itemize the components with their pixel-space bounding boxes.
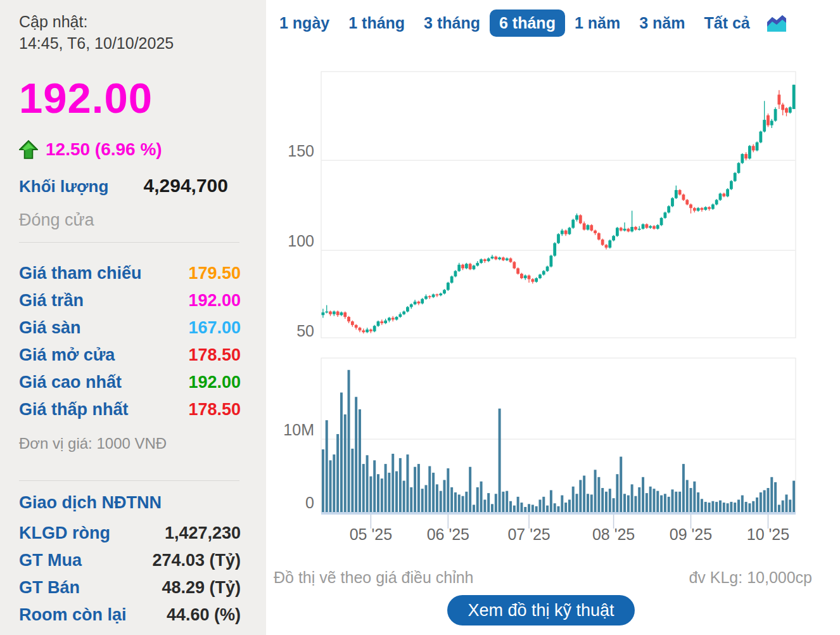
svg-text:100: 100 bbox=[288, 232, 314, 250]
update-datetime: 14:45, T6, 10/10/2025 bbox=[19, 34, 241, 53]
row-floor-price: Giá sàn 167.00 bbox=[19, 314, 241, 342]
row-sell-value: GT Bán 48.29 (Tỷ) bbox=[19, 574, 241, 601]
close-state-label: Đóng cửa bbox=[19, 210, 241, 230]
row-room-remaining: Room còn lại 44.60 (%) bbox=[19, 601, 241, 629]
row-value: 192.00 bbox=[188, 373, 241, 392]
svg-text:10M: 10M bbox=[283, 421, 314, 439]
svg-text:08 '25: 08 '25 bbox=[592, 525, 635, 543]
row-label: Giá trần bbox=[19, 291, 84, 311]
row-label: Giá cao nhất bbox=[19, 373, 122, 392]
row-value: 48.29 (Tỷ) bbox=[162, 578, 241, 598]
foreign-trading-title: Giao dịch NĐTNN bbox=[19, 493, 241, 513]
svg-text:50: 50 bbox=[296, 322, 314, 340]
row-value: 167.00 bbox=[188, 318, 241, 338]
row-label: GT Mua bbox=[19, 551, 82, 570]
row-label: Giá tham chiếu bbox=[19, 264, 142, 283]
row-value: 192.00 bbox=[188, 291, 241, 311]
price-unit-note: Đơn vị giá: 1000 VNĐ bbox=[19, 435, 241, 452]
row-label: Giá mở cửa bbox=[19, 345, 115, 365]
svg-text:06 '25: 06 '25 bbox=[427, 525, 469, 543]
up-arrow-icon bbox=[19, 140, 38, 159]
chart-panel: 1 ngày 1 tháng 3 tháng 6 tháng 1 năm 3 n… bbox=[266, 0, 840, 635]
row-value: 178.50 bbox=[188, 400, 241, 420]
update-label: Cập nhật: bbox=[19, 13, 241, 31]
row-value: 178.50 bbox=[188, 345, 241, 365]
divider bbox=[19, 242, 239, 243]
quote-panel: Cập nhật: 14:45, T6, 10/10/2025 192.00 1… bbox=[0, 0, 266, 635]
row-ceiling-price: Giá trần 192.00 bbox=[19, 287, 241, 314]
row-value: 1,427,230 bbox=[165, 523, 241, 543]
volume-unit-note: đv KLg: 10,000cp bbox=[689, 568, 812, 587]
svg-text:10 '25: 10 '25 bbox=[747, 525, 789, 543]
row-value: 274.03 (Tỷ) bbox=[152, 551, 241, 570]
row-value: 179.50 bbox=[188, 264, 241, 283]
svg-text:07 '25: 07 '25 bbox=[507, 525, 550, 543]
row-buy-value: GT Mua 274.03 (Tỷ) bbox=[19, 547, 241, 574]
row-lowest-price: Giá thấp nhất 178.50 bbox=[19, 396, 241, 423]
row-label: KLGD ròng bbox=[19, 523, 110, 543]
row-highest-price: Giá cao nhất 192.00 bbox=[19, 369, 241, 396]
price-change-row: 12.50 (6.96 %) bbox=[19, 139, 241, 160]
candlestick-volume-chart: 1501005010M005 '2506 '2507 '2508 '2509 '… bbox=[266, 0, 840, 558]
svg-text:05 '25: 05 '25 bbox=[350, 525, 392, 543]
svg-text:0: 0 bbox=[305, 494, 314, 511]
divider bbox=[19, 480, 239, 481]
row-label: Giá sàn bbox=[19, 318, 81, 338]
row-net-volume: KLGD ròng 1,427,230 bbox=[19, 520, 241, 547]
row-label: Giá thấp nhất bbox=[19, 400, 129, 420]
row-open-price: Giá mở cửa 178.50 bbox=[19, 342, 241, 369]
volume-label: Khối lượng bbox=[19, 177, 108, 196]
price-change-text: 12.50 (6.96 %) bbox=[46, 139, 162, 160]
foreign-trading-rows: KLGD ròng 1,427,230 GT Mua 274.03 (Tỷ) G… bbox=[19, 520, 241, 629]
adjusted-price-note: Đồ thị vẽ theo giá điều chỉnh bbox=[274, 568, 474, 587]
svg-text:150: 150 bbox=[288, 142, 314, 160]
volume-value: 4,294,700 bbox=[144, 175, 228, 196]
view-technical-chart-button[interactable]: Xem đồ thị kỹ thuật bbox=[447, 595, 635, 625]
svg-text:09 '25: 09 '25 bbox=[670, 525, 712, 543]
price-detail-rows: Giá tham chiếu 179.50 Giá trần 192.00 Gi… bbox=[19, 260, 241, 423]
last-price: 192.00 bbox=[19, 74, 241, 122]
volume-row: Khối lượng 4,294,700 bbox=[19, 175, 228, 196]
row-label: GT Bán bbox=[19, 578, 80, 598]
row-label: Room còn lại bbox=[19, 605, 127, 625]
row-reference-price: Giá tham chiếu 179.50 bbox=[19, 260, 241, 287]
row-value: 44.60 (%) bbox=[167, 605, 241, 625]
